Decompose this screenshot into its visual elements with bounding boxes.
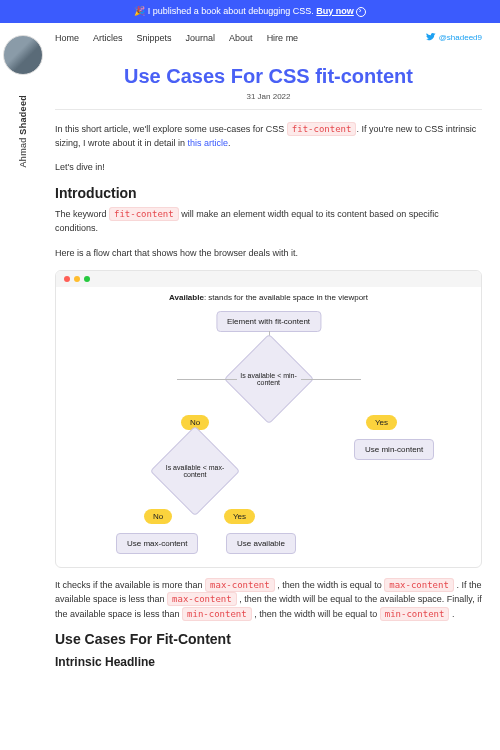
flowchart-result-min: Use min-content xyxy=(354,439,434,460)
intro-paragraph-1: In this short article, we'll explore som… xyxy=(55,122,482,151)
flowchart-result-available: Use available xyxy=(226,533,296,554)
buy-now-link[interactable]: Buy now xyxy=(316,6,354,16)
code-fit-content: fit-content xyxy=(287,122,357,136)
code-max-content: max-content xyxy=(205,578,275,592)
banner-text: I published a book about debugging CSS. xyxy=(148,6,314,16)
heading-introduction: Introduction xyxy=(55,185,482,201)
flowchart-decision-2: Is available < max-content xyxy=(163,439,227,503)
flowchart-result-max: Use max-content xyxy=(116,533,198,554)
nav-journal[interactable]: Journal xyxy=(186,33,216,43)
maximize-dot-icon xyxy=(84,276,90,282)
window-controls xyxy=(56,271,481,287)
promo-banner: 🎉 I published a book about debugging CSS… xyxy=(0,0,500,23)
this-article-link[interactable]: this article xyxy=(188,138,229,148)
code-fit-content: fit-content xyxy=(109,207,179,221)
nav-articles[interactable]: Articles xyxy=(93,33,123,43)
explanation-paragraph: It checks if the available is more than … xyxy=(55,578,482,621)
flowchart-yes-1: Yes xyxy=(366,415,397,430)
intro-paragraph-3: The keyword fit-content will make an ele… xyxy=(55,207,482,236)
article-title: Use Cases For CSS fit-content xyxy=(55,65,482,88)
heading-intrinsic-headline: Intrinsic Headline xyxy=(55,655,482,669)
article-date: 31 Jan 2022 xyxy=(55,92,482,101)
party-icon: 🎉 xyxy=(134,6,145,16)
nav-about[interactable]: About xyxy=(229,33,253,43)
flowchart-yes-2: Yes xyxy=(224,509,255,524)
top-nav: Home Articles Snippets Journal About Hir… xyxy=(55,33,482,43)
flowchart-decision-1: Is available < min-content xyxy=(237,347,301,411)
author-name: Ahmad Shadeed xyxy=(18,95,28,167)
nav-home[interactable]: Home xyxy=(55,33,79,43)
minimize-dot-icon xyxy=(74,276,80,282)
nav-snippets[interactable]: Snippets xyxy=(137,33,172,43)
sidebar: Ahmad Shadeed xyxy=(0,23,45,690)
intro-paragraph-2: Let's dive in! xyxy=(55,160,482,174)
heading-use-cases: Use Cases For Fit-Content xyxy=(55,631,482,647)
flowchart-no-2: No xyxy=(144,509,172,524)
twitter-handle: @shadeed9 xyxy=(439,33,482,42)
flowchart-caption: Available: stands for the available spac… xyxy=(56,287,481,302)
code-max-content: max-content xyxy=(167,592,237,606)
avatar[interactable] xyxy=(3,35,43,75)
main-content: Home Articles Snippets Journal About Hir… xyxy=(45,23,500,690)
arrow-circle-icon xyxy=(356,7,366,17)
divider xyxy=(55,109,482,110)
close-dot-icon xyxy=(64,276,70,282)
twitter-link[interactable]: @shadeed9 xyxy=(426,33,482,43)
nav-hire[interactable]: Hire me xyxy=(267,33,299,43)
code-min-content: min-content xyxy=(380,607,450,621)
flowchart-start-node: Element with fit-content xyxy=(216,311,321,332)
flowchart-figure: Available: stands for the available spac… xyxy=(55,270,482,568)
code-max-content: max-content xyxy=(384,578,454,592)
intro-paragraph-4: Here is a flow chart that shows how the … xyxy=(55,246,482,260)
code-min-content: min-content xyxy=(182,607,252,621)
twitter-icon xyxy=(426,33,436,43)
